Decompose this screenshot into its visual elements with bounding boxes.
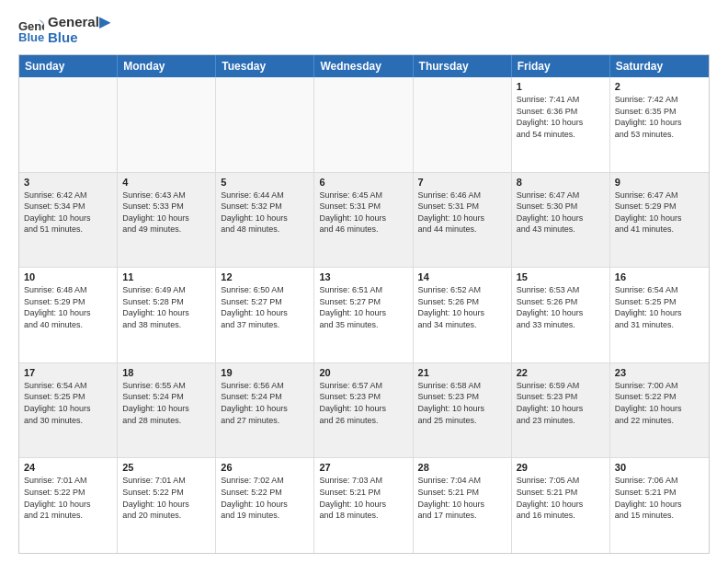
day-info: Sunrise: 6:57 AM Sunset: 5:23 PM Dayligh… bbox=[319, 380, 407, 426]
calendar-cell: 13Sunrise: 6:51 AM Sunset: 5:27 PM Dayli… bbox=[314, 268, 413, 362]
calendar-cell: 29Sunrise: 7:05 AM Sunset: 5:21 PM Dayli… bbox=[512, 458, 610, 553]
day-number: 6 bbox=[319, 177, 407, 188]
day-number: 27 bbox=[319, 462, 407, 473]
calendar-cell bbox=[216, 77, 314, 172]
calendar-cell bbox=[118, 77, 216, 172]
day-info: Sunrise: 6:43 AM Sunset: 5:33 PM Dayligh… bbox=[122, 190, 210, 236]
weekday-monday: Monday bbox=[118, 55, 216, 77]
day-info: Sunrise: 6:47 AM Sunset: 5:30 PM Dayligh… bbox=[517, 190, 605, 236]
calendar-week-2: 10Sunrise: 6:48 AM Sunset: 5:29 PM Dayli… bbox=[19, 268, 709, 363]
day-number: 11 bbox=[122, 271, 210, 282]
calendar-cell: 4Sunrise: 6:43 AM Sunset: 5:33 PM Daylig… bbox=[118, 173, 216, 268]
calendar-cell: 21Sunrise: 6:58 AM Sunset: 5:23 PM Dayli… bbox=[414, 363, 512, 458]
calendar-week-4: 24Sunrise: 7:01 AM Sunset: 5:22 PM Dayli… bbox=[19, 458, 709, 553]
logo-general: General▶ bbox=[48, 15, 110, 30]
day-info: Sunrise: 6:56 AM Sunset: 5:24 PM Dayligh… bbox=[221, 380, 309, 426]
calendar-header: Sunday Monday Tuesday Wednesday Thursday… bbox=[19, 55, 709, 77]
day-number: 20 bbox=[319, 367, 407, 378]
day-number: 28 bbox=[418, 462, 506, 473]
day-info: Sunrise: 6:47 AM Sunset: 5:29 PM Dayligh… bbox=[615, 190, 704, 236]
header: General Blue General▶ Blue bbox=[18, 15, 710, 45]
day-number: 8 bbox=[517, 177, 605, 188]
day-info: Sunrise: 6:50 AM Sunset: 5:27 PM Dayligh… bbox=[221, 284, 309, 330]
day-number: 18 bbox=[122, 367, 210, 378]
calendar-cell: 1Sunrise: 7:41 AM Sunset: 6:36 PM Daylig… bbox=[512, 77, 610, 172]
calendar-cell: 5Sunrise: 6:44 AM Sunset: 5:32 PM Daylig… bbox=[216, 173, 314, 268]
calendar-cell: 19Sunrise: 6:56 AM Sunset: 5:24 PM Dayli… bbox=[216, 363, 314, 458]
calendar-cell: 8Sunrise: 6:47 AM Sunset: 5:30 PM Daylig… bbox=[512, 173, 610, 268]
calendar-cell: 24Sunrise: 7:01 AM Sunset: 5:22 PM Dayli… bbox=[19, 458, 118, 553]
day-info: Sunrise: 6:49 AM Sunset: 5:28 PM Dayligh… bbox=[122, 284, 210, 330]
calendar-cell: 25Sunrise: 7:01 AM Sunset: 5:22 PM Dayli… bbox=[118, 458, 216, 553]
calendar-cell: 17Sunrise: 6:54 AM Sunset: 5:25 PM Dayli… bbox=[19, 363, 118, 458]
weekday-saturday: Saturday bbox=[610, 55, 709, 77]
logo-blue: Blue bbox=[48, 30, 110, 46]
calendar-cell: 30Sunrise: 7:06 AM Sunset: 5:21 PM Dayli… bbox=[610, 458, 709, 553]
day-number: 29 bbox=[517, 462, 605, 473]
calendar-cell bbox=[314, 77, 413, 172]
weekday-wednesday: Wednesday bbox=[314, 55, 413, 77]
calendar-body: 1Sunrise: 7:41 AM Sunset: 6:36 PM Daylig… bbox=[19, 77, 709, 553]
day-info: Sunrise: 7:01 AM Sunset: 5:22 PM Dayligh… bbox=[122, 475, 210, 521]
day-number: 17 bbox=[24, 367, 112, 378]
day-info: Sunrise: 6:54 AM Sunset: 5:25 PM Dayligh… bbox=[615, 284, 704, 330]
day-info: Sunrise: 7:06 AM Sunset: 5:21 PM Dayligh… bbox=[615, 475, 704, 521]
calendar-cell: 2Sunrise: 7:42 AM Sunset: 6:35 PM Daylig… bbox=[610, 77, 709, 172]
day-number: 22 bbox=[517, 367, 605, 378]
day-number: 1 bbox=[517, 81, 605, 92]
day-number: 4 bbox=[122, 177, 210, 188]
day-number: 25 bbox=[122, 462, 210, 473]
day-number: 3 bbox=[24, 177, 112, 188]
calendar-cell: 16Sunrise: 6:54 AM Sunset: 5:25 PM Dayli… bbox=[610, 268, 709, 362]
day-number: 14 bbox=[418, 271, 506, 282]
day-number: 10 bbox=[24, 271, 112, 282]
svg-text:Blue: Blue bbox=[18, 30, 44, 43]
day-info: Sunrise: 6:44 AM Sunset: 5:32 PM Dayligh… bbox=[221, 190, 309, 236]
calendar-cell: 15Sunrise: 6:53 AM Sunset: 5:26 PM Dayli… bbox=[512, 268, 610, 362]
day-number: 30 bbox=[615, 462, 704, 473]
day-info: Sunrise: 7:05 AM Sunset: 5:21 PM Dayligh… bbox=[517, 475, 605, 521]
weekday-sunday: Sunday bbox=[19, 55, 118, 77]
calendar-cell: 23Sunrise: 7:00 AM Sunset: 5:22 PM Dayli… bbox=[610, 363, 709, 458]
day-number: 23 bbox=[615, 367, 704, 378]
day-info: Sunrise: 7:02 AM Sunset: 5:22 PM Dayligh… bbox=[221, 475, 309, 521]
day-info: Sunrise: 6:48 AM Sunset: 5:29 PM Dayligh… bbox=[24, 284, 112, 330]
day-number: 5 bbox=[221, 177, 309, 188]
calendar-week-1: 3Sunrise: 6:42 AM Sunset: 5:34 PM Daylig… bbox=[19, 173, 709, 269]
page: General Blue General▶ Blue Sunday Monday… bbox=[0, 0, 728, 563]
day-number: 9 bbox=[615, 177, 704, 188]
calendar-cell: 11Sunrise: 6:49 AM Sunset: 5:28 PM Dayli… bbox=[118, 268, 216, 362]
calendar-cell: 26Sunrise: 7:02 AM Sunset: 5:22 PM Dayli… bbox=[216, 458, 314, 553]
day-number: 13 bbox=[319, 271, 407, 282]
calendar-week-3: 17Sunrise: 6:54 AM Sunset: 5:25 PM Dayli… bbox=[19, 363, 709, 459]
day-info: Sunrise: 6:42 AM Sunset: 5:34 PM Dayligh… bbox=[24, 190, 112, 236]
calendar-cell bbox=[414, 77, 512, 172]
day-info: Sunrise: 6:46 AM Sunset: 5:31 PM Dayligh… bbox=[418, 190, 506, 236]
day-info: Sunrise: 6:52 AM Sunset: 5:26 PM Dayligh… bbox=[418, 284, 506, 330]
calendar-cell: 27Sunrise: 7:03 AM Sunset: 5:21 PM Dayli… bbox=[314, 458, 413, 553]
day-number: 19 bbox=[221, 367, 309, 378]
calendar: Sunday Monday Tuesday Wednesday Thursday… bbox=[18, 54, 710, 554]
day-info: Sunrise: 6:53 AM Sunset: 5:26 PM Dayligh… bbox=[517, 284, 605, 330]
day-number: 24 bbox=[24, 462, 112, 473]
calendar-cell: 10Sunrise: 6:48 AM Sunset: 5:29 PM Dayli… bbox=[19, 268, 118, 362]
day-info: Sunrise: 7:42 AM Sunset: 6:35 PM Dayligh… bbox=[615, 94, 704, 140]
calendar-cell: 9Sunrise: 6:47 AM Sunset: 5:29 PM Daylig… bbox=[610, 173, 709, 268]
weekday-tuesday: Tuesday bbox=[216, 55, 314, 77]
logo-icon: General Blue bbox=[18, 17, 44, 43]
day-info: Sunrise: 6:59 AM Sunset: 5:23 PM Dayligh… bbox=[517, 380, 605, 426]
calendar-cell bbox=[19, 77, 118, 172]
day-number: 2 bbox=[615, 81, 704, 92]
day-info: Sunrise: 6:55 AM Sunset: 5:24 PM Dayligh… bbox=[122, 380, 210, 426]
day-number: 16 bbox=[615, 271, 704, 282]
calendar-cell: 3Sunrise: 6:42 AM Sunset: 5:34 PM Daylig… bbox=[19, 173, 118, 268]
logo: General Blue General▶ Blue bbox=[18, 15, 110, 45]
day-info: Sunrise: 6:54 AM Sunset: 5:25 PM Dayligh… bbox=[24, 380, 112, 426]
day-number: 26 bbox=[221, 462, 309, 473]
day-number: 15 bbox=[517, 271, 605, 282]
day-info: Sunrise: 7:00 AM Sunset: 5:22 PM Dayligh… bbox=[615, 380, 704, 426]
day-info: Sunrise: 7:41 AM Sunset: 6:36 PM Dayligh… bbox=[517, 94, 605, 140]
day-info: Sunrise: 7:01 AM Sunset: 5:22 PM Dayligh… bbox=[24, 475, 112, 521]
day-number: 21 bbox=[418, 367, 506, 378]
calendar-cell: 6Sunrise: 6:45 AM Sunset: 5:31 PM Daylig… bbox=[314, 173, 413, 268]
